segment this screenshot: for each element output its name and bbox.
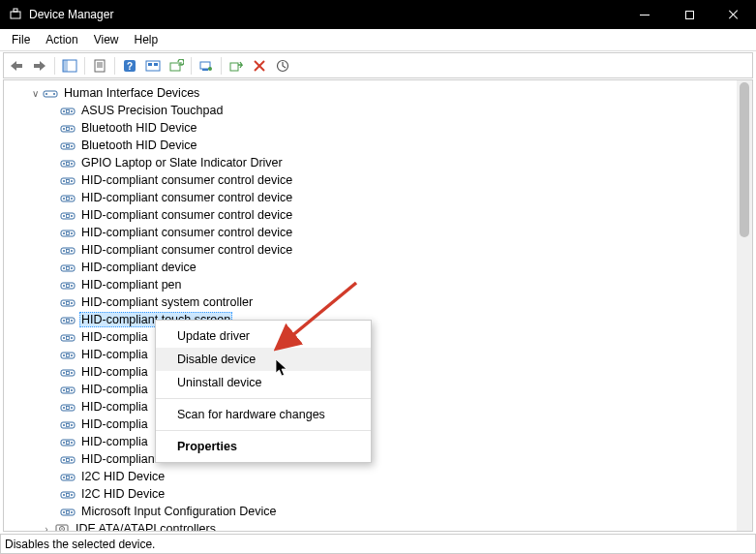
- svg-rect-15: [170, 63, 180, 71]
- svg-point-35: [63, 145, 65, 147]
- device-row[interactable]: HID-compliant consumer control device: [4, 241, 737, 259]
- properties-button[interactable]: [89, 55, 110, 77]
- tree-category[interactable]: ∨Human Interface Devices: [4, 84, 737, 102]
- device-row[interactable]: HID-compliant consumer control device: [4, 189, 737, 206]
- svg-rect-73: [67, 302, 70, 305]
- device-row[interactable]: GPIO Laptop or Slate Indicator Driver: [4, 154, 737, 171]
- menu-separator: [156, 430, 371, 431]
- svg-point-25: [53, 93, 55, 95]
- device-row[interactable]: HID-compliant consumer control device: [4, 224, 737, 241]
- uninstall-device-button[interactable]: [272, 55, 293, 77]
- update-driver-button[interactable]: [196, 55, 217, 77]
- svg-point-39: [63, 163, 65, 165]
- tree-category[interactable]: ›IDE ATA/ATAPI controllers: [4, 520, 737, 531]
- device-row[interactable]: Microsoft Input Configuration Device: [4, 503, 737, 520]
- svg-point-68: [71, 285, 73, 287]
- expand-icon[interactable]: ›: [41, 523, 52, 531]
- device-by-type-button[interactable]: [142, 55, 164, 77]
- svg-rect-93: [67, 389, 70, 392]
- window-title: Device Manager: [29, 8, 622, 21]
- device-label: GPIO Laptop or Slate Indicator Driver: [79, 156, 285, 169]
- svg-point-88: [71, 372, 73, 374]
- svg-point-99: [63, 424, 65, 426]
- back-button[interactable]: [6, 55, 27, 77]
- status-bar: Disables the selected device.: [0, 534, 756, 554]
- svg-rect-81: [67, 337, 70, 340]
- menu-action[interactable]: Action: [38, 30, 85, 49]
- menu-file[interactable]: File: [4, 30, 38, 49]
- svg-rect-97: [67, 407, 70, 410]
- hid-device-icon: [60, 103, 76, 118]
- device-row[interactable]: HID-compliant device: [4, 259, 737, 276]
- svg-point-79: [63, 337, 65, 339]
- show-hide-tree-button[interactable]: [59, 55, 80, 77]
- scrollbar-thumb[interactable]: [740, 82, 749, 237]
- hid-device-icon: [60, 190, 76, 205]
- svg-point-112: [71, 477, 73, 478]
- svg-point-124: [61, 528, 63, 530]
- svg-point-92: [71, 389, 73, 391]
- svg-point-96: [71, 407, 73, 409]
- hid-device-icon: [60, 382, 76, 397]
- device-row[interactable]: Bluetooth HID Device: [4, 137, 737, 154]
- svg-point-76: [71, 320, 73, 322]
- device-label: HID-compliant pen: [79, 278, 184, 292]
- device-tree[interactable]: ∨Human Interface DevicesASUS Precision T…: [4, 80, 737, 531]
- hid-device-icon: [60, 416, 76, 432]
- svg-point-100: [71, 424, 73, 426]
- svg-rect-109: [67, 459, 70, 462]
- app-icon: [8, 7, 23, 22]
- toolbar: ?: [3, 52, 753, 78]
- hid-device-icon: [60, 312, 76, 327]
- menu-view[interactable]: View: [86, 30, 127, 49]
- svg-point-51: [63, 215, 65, 217]
- svg-rect-2: [16, 64, 22, 68]
- hid-device-icon: [60, 242, 76, 258]
- help-button[interactable]: ?: [119, 55, 140, 77]
- svg-point-64: [71, 267, 73, 269]
- device-label: HID-complia: [79, 400, 150, 414]
- menu-help[interactable]: Help: [127, 30, 166, 49]
- device-row[interactable]: Bluetooth HID Device: [4, 119, 737, 137]
- ctx-scan-for-hardware-changes[interactable]: Scan for hardware changes: [156, 403, 371, 426]
- ctx-uninstall-device[interactable]: Uninstall device: [156, 371, 371, 394]
- ctx-disable-device[interactable]: Disable device: [156, 348, 371, 371]
- device-row[interactable]: HID-compliant consumer control device: [4, 206, 737, 224]
- vertical-scrollbar[interactable]: [737, 80, 752, 531]
- forward-button[interactable]: [29, 55, 50, 77]
- svg-point-31: [63, 128, 65, 130]
- hid-device-icon: [60, 486, 76, 502]
- close-button[interactable]: [711, 0, 756, 29]
- device-row[interactable]: HID-compliant system controller: [4, 293, 737, 311]
- svg-rect-85: [67, 354, 70, 357]
- disable-device-button[interactable]: [249, 55, 270, 77]
- svg-rect-17: [202, 69, 208, 71]
- svg-point-52: [71, 215, 73, 217]
- device-label: HID-complia: [79, 417, 150, 431]
- device-row[interactable]: I2C HID Device: [4, 485, 737, 503]
- collapse-icon[interactable]: ∨: [29, 87, 41, 99]
- svg-rect-41: [67, 163, 70, 166]
- scan-hardware-button[interactable]: [166, 55, 187, 77]
- svg-point-71: [63, 302, 65, 304]
- svg-point-43: [63, 180, 65, 182]
- svg-point-60: [71, 250, 73, 252]
- ctx-properties[interactable]: Properties: [156, 435, 371, 458]
- device-label: HID-compliant consumer control device: [79, 173, 294, 187]
- device-row[interactable]: HID-compliant pen: [4, 276, 737, 293]
- ctx-update-driver[interactable]: Update driver: [156, 324, 371, 348]
- svg-point-115: [63, 494, 65, 496]
- device-row[interactable]: HID-compliant consumer control device: [4, 171, 737, 189]
- menu-bar: File Action View Help: [0, 29, 756, 51]
- device-label: HID-complia: [79, 383, 150, 396]
- device-row[interactable]: I2C HID Device: [4, 468, 737, 485]
- svg-point-104: [71, 442, 73, 444]
- enable-device-button[interactable]: [226, 55, 247, 77]
- maximize-button[interactable]: [667, 0, 711, 29]
- svg-rect-29: [67, 110, 70, 113]
- device-row[interactable]: ASUS Precision Touchpad: [4, 102, 737, 119]
- svg-point-48: [71, 198, 73, 200]
- hid-device-icon: [60, 155, 76, 170]
- minimize-button[interactable]: [622, 0, 667, 29]
- svg-rect-69: [67, 285, 70, 288]
